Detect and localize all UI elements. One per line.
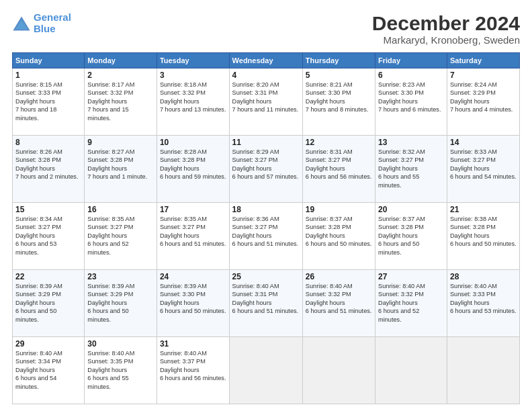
day-info: Sunrise: 8:40 AMSunset: 3:35 PMDaylight … — [87, 349, 154, 391]
calendar-cell: 4Sunrise: 8:20 AMSunset: 3:31 PMDaylight… — [229, 68, 302, 136]
logo-icon — [12, 14, 31, 33]
day-number: 14 — [450, 138, 517, 147]
day-number: 21 — [450, 205, 517, 214]
logo-line2: Blue — [34, 23, 56, 34]
day-info: Sunrise: 8:28 AMSunset: 3:28 PMDaylight … — [160, 148, 226, 181]
day-number: 9 — [87, 138, 154, 147]
day-info: Sunrise: 8:37 AMSunset: 3:28 PMDaylight … — [306, 215, 372, 248]
day-info: Sunrise: 8:40 AMSunset: 3:32 PMDaylight … — [306, 282, 372, 316]
calendar-cell — [302, 337, 375, 404]
title-block: December 2024 Markaryd, Kronoberg, Swede… — [372, 12, 520, 46]
day-number: 6 — [378, 71, 444, 80]
calendar-cell: 17Sunrise: 8:35 AMSunset: 3:27 PMDayligh… — [157, 203, 229, 270]
calendar-cell: 20Sunrise: 8:37 AMSunset: 3:28 PMDayligh… — [375, 203, 447, 270]
week-row-1: 1Sunrise: 8:15 AMSunset: 3:33 PMDaylight… — [13, 68, 520, 136]
day-number: 12 — [306, 138, 372, 147]
calendar-cell: 26Sunrise: 8:40 AMSunset: 3:32 PMDayligh… — [302, 270, 375, 337]
day-number: 8 — [15, 138, 81, 147]
day-info: Sunrise: 8:35 AMSunset: 3:27 PMDaylight … — [87, 215, 154, 257]
calendar-cell: 9Sunrise: 8:27 AMSunset: 3:28 PMDaylight… — [85, 136, 157, 203]
day-number: 18 — [232, 205, 300, 214]
calendar-cell: 3Sunrise: 8:18 AMSunset: 3:32 PMDaylight… — [157, 68, 229, 136]
day-info: Sunrise: 8:33 AMSunset: 3:27 PMDaylight … — [450, 148, 517, 181]
day-info: Sunrise: 8:39 AMSunset: 3:29 PMDaylight … — [87, 282, 154, 324]
day-info: Sunrise: 8:29 AMSunset: 3:27 PMDaylight … — [232, 148, 300, 181]
day-number: 20 — [378, 205, 444, 214]
calendar-cell: 15Sunrise: 8:34 AMSunset: 3:27 PMDayligh… — [13, 203, 85, 270]
calendar-cell: 30Sunrise: 8:40 AMSunset: 3:35 PMDayligh… — [85, 337, 157, 404]
day-info: Sunrise: 8:32 AMSunset: 3:27 PMDaylight … — [378, 148, 444, 189]
col-header-wednesday: Wednesday — [229, 53, 302, 68]
day-number: 1 — [15, 71, 81, 80]
day-info: Sunrise: 8:21 AMSunset: 3:30 PMDaylight … — [306, 81, 372, 114]
calendar-cell: 21Sunrise: 8:38 AMSunset: 3:28 PMDayligh… — [447, 203, 519, 270]
logo-line1: General — [34, 11, 71, 23]
calendar-cell: 5Sunrise: 8:21 AMSunset: 3:30 PMDaylight… — [302, 68, 375, 136]
day-number: 3 — [160, 71, 226, 80]
day-number: 15 — [15, 205, 81, 214]
col-header-friday: Friday — [375, 53, 447, 68]
day-number: 7 — [450, 71, 517, 80]
col-header-saturday: Saturday — [447, 53, 519, 68]
day-number: 16 — [87, 205, 154, 214]
calendar-cell: 1Sunrise: 8:15 AMSunset: 3:33 PMDaylight… — [13, 68, 85, 136]
day-info: Sunrise: 8:36 AMSunset: 3:27 PMDaylight … — [232, 215, 300, 248]
day-info: Sunrise: 8:38 AMSunset: 3:28 PMDaylight … — [450, 215, 517, 248]
col-header-sunday: Sunday — [13, 53, 85, 68]
day-info: Sunrise: 8:40 AMSunset: 3:33 PMDaylight … — [450, 282, 517, 316]
calendar-cell: 12Sunrise: 8:31 AMSunset: 3:27 PMDayligh… — [302, 136, 375, 203]
page: General Blue December 2024 Markaryd, Kro… — [0, 0, 532, 411]
week-row-2: 8Sunrise: 8:26 AMSunset: 3:28 PMDaylight… — [13, 136, 520, 203]
day-info: Sunrise: 8:18 AMSunset: 3:32 PMDaylight … — [160, 81, 226, 114]
subtitle: Markaryd, Kronoberg, Sweden — [372, 34, 520, 46]
day-number: 2 — [87, 71, 154, 80]
day-info: Sunrise: 8:40 AMSunset: 3:37 PMDaylight … — [160, 349, 226, 383]
day-number: 19 — [306, 205, 372, 214]
calendar-cell: 23Sunrise: 8:39 AMSunset: 3:29 PMDayligh… — [85, 270, 157, 337]
day-info: Sunrise: 8:35 AMSunset: 3:27 PMDaylight … — [160, 215, 226, 248]
calendar-cell: 6Sunrise: 8:23 AMSunset: 3:30 PMDaylight… — [375, 68, 447, 136]
calendar-cell — [447, 337, 519, 404]
week-row-5: 29Sunrise: 8:40 AMSunset: 3:34 PMDayligh… — [13, 337, 520, 404]
calendar-cell: 25Sunrise: 8:40 AMSunset: 3:31 PMDayligh… — [229, 270, 302, 337]
day-number: 30 — [87, 339, 154, 349]
calendar-cell: 7Sunrise: 8:24 AMSunset: 3:29 PMDaylight… — [447, 68, 519, 136]
day-number: 17 — [160, 205, 226, 214]
day-info: Sunrise: 8:31 AMSunset: 3:27 PMDaylight … — [306, 148, 372, 181]
day-info: Sunrise: 8:40 AMSunset: 3:31 PMDaylight … — [232, 282, 300, 316]
logo-text: General Blue — [34, 12, 71, 34]
day-number: 13 — [378, 138, 444, 147]
day-number: 24 — [160, 272, 226, 281]
calendar-cell: 11Sunrise: 8:29 AMSunset: 3:27 PMDayligh… — [229, 136, 302, 203]
calendar-table: SundayMondayTuesdayWednesdayThursdayFrid… — [12, 52, 520, 404]
main-title: December 2024 — [372, 12, 520, 34]
day-info: Sunrise: 8:26 AMSunset: 3:28 PMDaylight … — [15, 148, 81, 181]
day-info: Sunrise: 8:15 AMSunset: 3:33 PMDaylight … — [15, 81, 81, 122]
day-number: 22 — [15, 272, 81, 281]
calendar-cell: 14Sunrise: 8:33 AMSunset: 3:27 PMDayligh… — [447, 136, 519, 203]
col-header-monday: Monday — [85, 53, 157, 68]
calendar-cell: 29Sunrise: 8:40 AMSunset: 3:34 PMDayligh… — [13, 337, 85, 404]
calendar-cell: 18Sunrise: 8:36 AMSunset: 3:27 PMDayligh… — [229, 203, 302, 270]
day-number: 28 — [450, 272, 517, 281]
calendar-cell: 24Sunrise: 8:39 AMSunset: 3:30 PMDayligh… — [157, 270, 229, 337]
calendar-cell: 10Sunrise: 8:28 AMSunset: 3:28 PMDayligh… — [157, 136, 229, 203]
calendar-header-row: SundayMondayTuesdayWednesdayThursdayFrid… — [13, 53, 520, 68]
day-info: Sunrise: 8:34 AMSunset: 3:27 PMDaylight … — [15, 215, 81, 257]
day-info: Sunrise: 8:37 AMSunset: 3:28 PMDaylight … — [378, 215, 444, 257]
day-number: 4 — [232, 71, 300, 80]
week-row-3: 15Sunrise: 8:34 AMSunset: 3:27 PMDayligh… — [13, 203, 520, 270]
day-number: 29 — [15, 339, 81, 349]
calendar-cell — [229, 337, 302, 404]
day-info: Sunrise: 8:23 AMSunset: 3:30 PMDaylight … — [378, 81, 444, 114]
calendar-cell: 28Sunrise: 8:40 AMSunset: 3:33 PMDayligh… — [447, 270, 519, 337]
day-number: 11 — [232, 138, 300, 147]
day-info: Sunrise: 8:39 AMSunset: 3:30 PMDaylight … — [160, 282, 226, 316]
calendar-cell: 13Sunrise: 8:32 AMSunset: 3:27 PMDayligh… — [375, 136, 447, 203]
day-info: Sunrise: 8:17 AMSunset: 3:32 PMDaylight … — [87, 81, 154, 122]
day-number: 26 — [306, 272, 372, 281]
calendar-cell: 27Sunrise: 8:40 AMSunset: 3:32 PMDayligh… — [375, 270, 447, 337]
calendar-cell: 19Sunrise: 8:37 AMSunset: 3:28 PMDayligh… — [302, 203, 375, 270]
logo: General Blue — [12, 12, 71, 34]
day-info: Sunrise: 8:24 AMSunset: 3:29 PMDaylight … — [450, 81, 517, 114]
